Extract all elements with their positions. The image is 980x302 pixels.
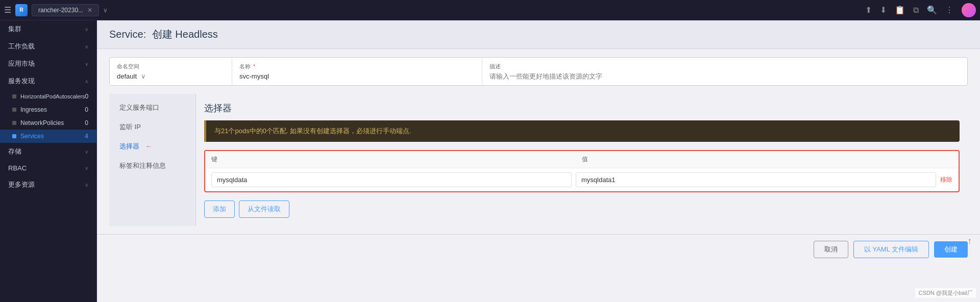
- sidebar-item-workload[interactable]: 工作负载 ∨: [0, 38, 96, 55]
- sidebar-item-cluster[interactable]: 集群 ∨: [0, 20, 96, 38]
- user-avatar[interactable]: [962, 3, 976, 17]
- app-logo: R: [15, 4, 28, 16]
- chevron-icon: ∧: [85, 79, 88, 84]
- topbar: ☰ R rancher-20230... ✕ ∨ ⬆ ⬇ 📋 ⧉ 🔍 ⋮: [0, 0, 980, 20]
- name-field: 名称 *: [232, 58, 482, 85]
- name-input[interactable]: [239, 72, 475, 80]
- dot-icon: [12, 94, 16, 98]
- menu-icon[interactable]: ☰: [4, 5, 11, 15]
- left-nav: 定义服务端口 监听 IP 选择器 ← 标签和注释信息: [109, 94, 196, 226]
- page-title: Service: 创建 Headless: [109, 28, 968, 41]
- cluster-tab[interactable]: rancher-20230... ✕: [32, 4, 99, 16]
- left-nav-selector[interactable]: 选择器 ←: [109, 137, 195, 156]
- sidebar-item-storage[interactable]: 存储 ∨: [0, 143, 96, 160]
- add-button[interactable]: 添加: [204, 200, 235, 218]
- left-nav-labels[interactable]: 标签和注释信息: [109, 156, 195, 175]
- upload-icon[interactable]: ⬆: [865, 5, 872, 15]
- sidebar: 集群 ∨ 工作负载 ∨ 应用市场 ∨ 服务发现 ∧ HorizontalPodA…: [0, 20, 97, 302]
- selector-key-input[interactable]: [211, 172, 572, 187]
- tab-close-icon[interactable]: ✕: [87, 7, 92, 14]
- namespace-value: default: [117, 72, 137, 80]
- sidebar-item-networkpolicies[interactable]: NetworkPolicies 0: [0, 116, 96, 130]
- key-column-header: 键: [211, 155, 582, 164]
- main-content: Service: 创建 Headless 命名空间 default ∨ 名称: [97, 20, 980, 302]
- remove-link[interactable]: 移除: [940, 175, 952, 184]
- topbar-left: ☰ R rancher-20230... ✕ ∨: [4, 4, 861, 16]
- chevron-icon: ∨: [85, 61, 88, 67]
- right-panel: 选择器 与21个pods中的0个匹配. 如果没有创建选择器，必须进行手动端点. …: [196, 94, 968, 226]
- search-icon[interactable]: 🔍: [927, 5, 937, 15]
- chevron-icon: ∨: [85, 182, 88, 188]
- two-panel: 定义服务端口 监听 IP 选择器 ← 标签和注释信息 选择器: [109, 94, 968, 226]
- chevron-icon: ∨: [85, 44, 88, 49]
- namespace-label: 命名空间: [117, 63, 225, 70]
- chevron-icon: ∨: [85, 27, 88, 32]
- footer: 取消 以 YAML 文件编辑 创建 ↓: [97, 234, 980, 264]
- more-icon[interactable]: ⋮: [945, 5, 953, 15]
- selector-value-input[interactable]: [576, 172, 936, 187]
- selector-table-header: 键 值: [205, 151, 959, 168]
- sidebar-item-servicediscovery[interactable]: 服务发现 ∧: [0, 72, 96, 90]
- dot-icon: [12, 121, 16, 125]
- cluster-chevron-icon[interactable]: ∨: [103, 7, 108, 14]
- selector-table: 键 值 移除: [204, 150, 960, 192]
- fields-row: 命名空间 default ∨ 名称 * 描述: [109, 57, 968, 86]
- value-column-header: 值: [582, 155, 952, 164]
- cancel-button[interactable]: 取消: [814, 241, 848, 258]
- dot-icon: [12, 134, 16, 138]
- desc-label: 描述: [489, 63, 960, 70]
- sidebar-item-ingresses[interactable]: Ingresses 0: [0, 103, 96, 116]
- desc-field: 描述: [482, 58, 967, 85]
- chevron-icon: ∨: [85, 149, 88, 155]
- left-nav-ports[interactable]: 定义服务端口: [109, 98, 195, 117]
- warning-text: 与21个pods中的0个匹配. 如果没有创建选择器，必须进行手动端点.: [214, 127, 411, 135]
- arrow-down-icon: ↓: [968, 237, 972, 246]
- left-nav-listen-ip[interactable]: 监听 IP: [109, 117, 195, 137]
- namespace-field: 命名空间 default ∨: [110, 58, 232, 85]
- namespace-chevron-icon[interactable]: ∨: [141, 72, 146, 80]
- cluster-name: rancher-20230...: [38, 7, 83, 14]
- watermark: CSDN @我是小bail厂: [915, 288, 976, 298]
- desc-input[interactable]: [489, 72, 960, 80]
- chevron-icon: ∨: [85, 165, 88, 171]
- form-area: 命名空间 default ∨ 名称 * 描述: [97, 49, 980, 234]
- bookmark-icon[interactable]: 📋: [895, 5, 905, 15]
- from-file-button[interactable]: 从文件读取: [239, 200, 289, 218]
- sidebar-item-hpa[interactable]: HorizontalPodAutoscalers 0: [0, 90, 96, 103]
- copy-icon[interactable]: ⧉: [913, 6, 919, 15]
- selector-row: 移除: [205, 168, 959, 191]
- name-label: 名称 *: [239, 63, 475, 70]
- sidebar-item-appmarket[interactable]: 应用市场 ∨: [0, 55, 96, 72]
- yaml-edit-button[interactable]: 以 YAML 文件编辑: [853, 241, 929, 258]
- arrow-icon: ←: [145, 142, 152, 150]
- create-button[interactable]: 创建 ↓: [934, 241, 968, 258]
- download-icon[interactable]: ⬇: [880, 5, 887, 15]
- layout: 集群 ∨ 工作负载 ∨ 应用市场 ∨ 服务发现 ∧ HorizontalPodA…: [0, 20, 980, 302]
- action-buttons: 添加 从文件读取: [204, 200, 960, 218]
- warning-box: 与21个pods中的0个匹配. 如果没有创建选择器，必须进行手动端点.: [204, 120, 960, 142]
- sidebar-item-services[interactable]: Services 4: [0, 130, 96, 143]
- page-header: Service: 创建 Headless: [97, 20, 980, 49]
- sidebar-item-more[interactable]: 更多资源 ∨: [0, 176, 96, 193]
- dot-icon: [12, 108, 16, 112]
- topbar-right: ⬆ ⬇ 📋 ⧉ 🔍 ⋮: [865, 3, 976, 17]
- sidebar-item-rbac[interactable]: RBAC ∨: [0, 160, 96, 176]
- section-title: 选择器: [204, 102, 960, 114]
